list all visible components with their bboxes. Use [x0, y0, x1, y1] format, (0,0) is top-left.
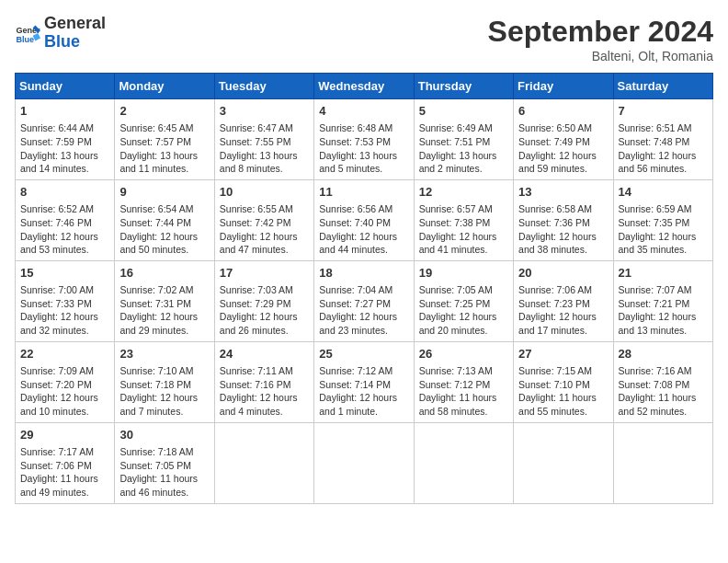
day-info: Sunset: 7:27 PM [319, 297, 408, 311]
calendar-cell [414, 422, 513, 503]
day-info: Sunrise: 7:16 AM [619, 364, 708, 378]
day-info: Daylight: 13 hours and 11 minutes. [119, 149, 209, 176]
day-info: Sunset: 7:21 PM [619, 297, 708, 311]
day-info: Daylight: 12 hours and 38 minutes. [518, 230, 608, 257]
day-info: Sunrise: 7:06 AM [518, 283, 608, 297]
day-info: Sunset: 7:36 PM [518, 216, 608, 230]
day-info: Sunrise: 6:55 AM [220, 202, 309, 216]
calendar-week-row: 8Sunrise: 6:52 AMSunset: 7:46 PMDaylight… [16, 179, 713, 260]
calendar-cell: 14Sunrise: 6:59 AMSunset: 7:35 PMDayligh… [613, 179, 712, 260]
day-info: Sunrise: 6:50 AM [518, 121, 608, 135]
day-info: Sunset: 7:42 PM [220, 216, 309, 230]
day-info: Sunset: 7:51 PM [419, 135, 508, 149]
day-info: Daylight: 12 hours and 20 minutes. [419, 310, 508, 337]
day-info: Daylight: 12 hours and 35 minutes. [619, 230, 708, 257]
day-info: Daylight: 12 hours and 50 minutes. [119, 230, 209, 257]
calendar-cell: 27Sunrise: 7:15 AMSunset: 7:10 PMDayligh… [514, 341, 613, 422]
day-info: Sunrise: 7:13 AM [419, 364, 508, 378]
day-info: Sunrise: 6:44 AM [20, 121, 109, 135]
day-number: 18 [319, 265, 408, 282]
day-info: Daylight: 12 hours and 56 minutes. [619, 149, 708, 176]
day-info: Daylight: 11 hours and 55 minutes. [518, 391, 608, 418]
calendar-cell [514, 422, 613, 503]
calendar-cell: 10Sunrise: 6:55 AMSunset: 7:42 PMDayligh… [214, 179, 313, 260]
day-number: 25 [319, 346, 408, 362]
day-number: 21 [619, 265, 708, 282]
calendar-week-row: 15Sunrise: 7:00 AMSunset: 7:33 PMDayligh… [16, 260, 713, 341]
logo: General Blue General Blue [15, 15, 106, 52]
day-info: Sunrise: 6:54 AM [119, 202, 209, 216]
day-number: 1 [20, 103, 109, 120]
day-number: 17 [220, 265, 309, 282]
calendar-cell: 2Sunrise: 6:45 AMSunset: 7:57 PMDaylight… [115, 99, 214, 180]
day-number: 12 [419, 184, 508, 201]
logo-icon: General Blue [15, 20, 40, 46]
day-info: Sunset: 7:59 PM [20, 135, 109, 149]
day-info: Sunrise: 7:18 AM [119, 445, 209, 459]
calendar-cell: 8Sunrise: 6:52 AMSunset: 7:46 PMDaylight… [16, 179, 115, 260]
day-number: 19 [419, 265, 508, 282]
day-number: 28 [619, 346, 708, 362]
calendar-cell: 12Sunrise: 6:57 AMSunset: 7:38 PMDayligh… [414, 179, 513, 260]
day-info: Daylight: 12 hours and 41 minutes. [419, 230, 508, 257]
day-info: Daylight: 12 hours and 7 minutes. [119, 391, 209, 418]
day-info: Sunset: 7:46 PM [20, 216, 109, 230]
day-info: Daylight: 12 hours and 47 minutes. [220, 230, 309, 257]
day-info: Daylight: 11 hours and 49 minutes. [20, 472, 109, 499]
day-info: Sunset: 7:14 PM [319, 378, 408, 392]
calendar-cell [613, 422, 712, 503]
calendar-header-row: SundayMondayTuesdayWednesdayThursdayFrid… [16, 74, 713, 99]
day-number: 7 [619, 103, 708, 120]
day-info: Daylight: 12 hours and 23 minutes. [319, 310, 408, 337]
column-header-monday: Monday [115, 74, 214, 99]
column-header-thursday: Thursday [414, 74, 513, 99]
day-number: 24 [220, 346, 309, 362]
day-info: Sunset: 7:18 PM [119, 378, 209, 392]
day-number: 26 [419, 346, 508, 362]
day-info: Daylight: 12 hours and 17 minutes. [518, 310, 608, 337]
day-info: Sunrise: 6:56 AM [319, 202, 408, 216]
day-info: Daylight: 12 hours and 4 minutes. [220, 391, 309, 418]
calendar-cell: 17Sunrise: 7:03 AMSunset: 7:29 PMDayligh… [214, 260, 313, 341]
calendar-cell: 19Sunrise: 7:05 AMSunset: 7:25 PMDayligh… [414, 260, 513, 341]
calendar-cell: 3Sunrise: 6:47 AMSunset: 7:55 PMDaylight… [214, 99, 313, 180]
day-info: Sunrise: 7:15 AM [518, 364, 608, 378]
day-number: 22 [20, 346, 109, 362]
column-header-wednesday: Wednesday [314, 74, 414, 99]
day-info: Daylight: 12 hours and 10 minutes. [20, 391, 109, 418]
day-info: Sunset: 7:55 PM [220, 135, 309, 149]
calendar-cell: 28Sunrise: 7:16 AMSunset: 7:08 PMDayligh… [613, 341, 712, 422]
title-block: September 2024 Balteni, Olt, Romania [488, 15, 713, 63]
column-header-sunday: Sunday [16, 74, 115, 99]
day-info: Sunrise: 6:59 AM [619, 202, 708, 216]
day-info: Daylight: 12 hours and 29 minutes. [119, 310, 209, 337]
day-info: Sunset: 7:33 PM [20, 297, 109, 311]
day-info: Sunrise: 7:12 AM [319, 364, 408, 378]
day-number: 11 [319, 184, 408, 201]
page-header: General Blue General Blue September 2024… [15, 15, 713, 63]
calendar-cell: 16Sunrise: 7:02 AMSunset: 7:31 PMDayligh… [115, 260, 214, 341]
day-info: Sunset: 7:25 PM [419, 297, 508, 311]
day-number: 8 [20, 184, 109, 201]
logo-general-text: General [44, 14, 106, 32]
column-header-friday: Friday [514, 74, 613, 99]
column-header-saturday: Saturday [613, 74, 712, 99]
day-info: Sunset: 7:38 PM [419, 216, 508, 230]
calendar-cell: 25Sunrise: 7:12 AMSunset: 7:14 PMDayligh… [314, 341, 414, 422]
day-number: 30 [119, 427, 209, 443]
day-info: Daylight: 11 hours and 58 minutes. [419, 391, 508, 418]
day-info: Sunrise: 6:49 AM [419, 121, 508, 135]
calendar-cell: 20Sunrise: 7:06 AMSunset: 7:23 PMDayligh… [514, 260, 613, 341]
day-info: Sunrise: 7:09 AM [20, 364, 109, 378]
day-info: Sunset: 7:06 PM [20, 459, 109, 473]
day-info: Sunrise: 7:05 AM [419, 283, 508, 297]
calendar-week-row: 22Sunrise: 7:09 AMSunset: 7:20 PMDayligh… [16, 341, 713, 422]
day-number: 5 [419, 103, 508, 120]
day-number: 9 [119, 184, 209, 201]
day-number: 23 [119, 346, 209, 362]
day-info: Sunset: 7:29 PM [220, 297, 309, 311]
calendar-cell: 13Sunrise: 6:58 AMSunset: 7:36 PMDayligh… [514, 179, 613, 260]
calendar-cell: 4Sunrise: 6:48 AMSunset: 7:53 PMDaylight… [314, 99, 414, 180]
calendar-table: SundayMondayTuesdayWednesdayThursdayFrid… [15, 73, 713, 504]
month-title: September 2024 [488, 15, 713, 49]
